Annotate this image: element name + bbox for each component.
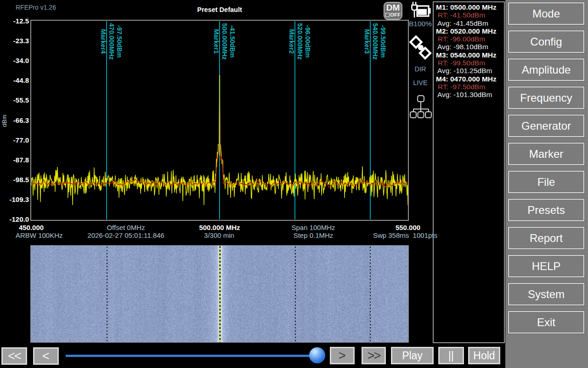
- svg-text:-99.50dBm: -99.50dBm: [379, 25, 387, 58]
- svg-text:520.000MHz: 520.000MHz: [296, 23, 304, 59]
- svg-text:Marker1: Marker1: [213, 29, 220, 54]
- svg-text:-96.00dBm: -96.00dBm: [304, 25, 311, 58]
- svg-text:Marker4: Marker4: [100, 29, 107, 54]
- svg-text:Marker2: Marker2: [288, 29, 295, 54]
- svg-text:500.000MHz: 500.000MHz: [221, 23, 228, 59]
- svg-text:470.000MHz: 470.000MHz: [108, 23, 115, 59]
- svg-text:540.000MHz: 540.000MHz: [372, 23, 379, 59]
- svg-text:Marker3: Marker3: [363, 29, 371, 54]
- svg-text:-41.50dBm: -41.50dBm: [229, 25, 236, 58]
- svg-text:-97.50dBm: -97.50dBm: [116, 25, 123, 58]
